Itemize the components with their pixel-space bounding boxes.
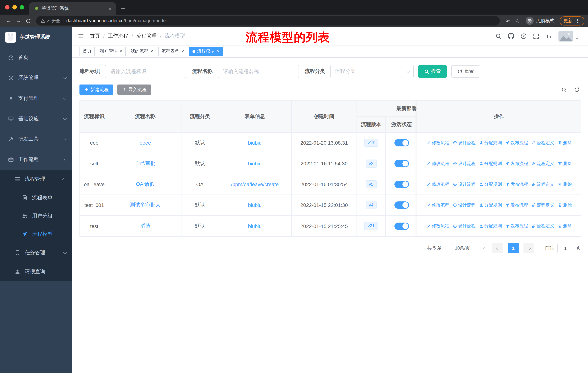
row-action-publish[interactable]: 发布流程 [505,140,528,146]
active-toggle[interactable] [394,160,409,167]
row-action-definition[interactable]: 流程定义 [531,202,554,208]
reload-button[interactable] [23,18,33,23]
model-name-link[interactable]: eeee [140,140,151,146]
active-toggle[interactable] [394,202,409,209]
sidebar-item-leave-query[interactable]: 请假查询 [0,262,72,281]
tag-process-model[interactable]: 流程模型× [189,46,223,56]
row-action-publish[interactable]: 发布流程 [505,161,528,167]
new-tab-button[interactable]: + [121,5,125,12]
row-action-design[interactable]: 设计流程 [452,223,475,229]
row-action-delete[interactable]: 删除 [557,181,572,187]
page-size-select[interactable]: 10条/页 [451,243,487,253]
category-select[interactable]: 流程分类 [330,65,414,78]
search-icon[interactable] [561,87,567,92]
row-action-definition[interactable]: 流程定义 [531,161,554,167]
minimize-window-button[interactable] [12,5,17,10]
row-action-definition[interactable]: 流程定义 [531,223,554,229]
breadcrumb-process-management[interactable]: 流程管理 [136,33,157,39]
sidebar-item-home[interactable]: 首页 [0,47,72,68]
create-process-button[interactable]: 新建流程 [79,84,113,95]
row-action-assign-rule[interactable]: 分配规则 [479,223,502,229]
sidebar-item-devtools[interactable]: 研发工具 [0,129,72,149]
sidebar-item-payment-management[interactable]: ¥ 支付管理 [0,88,72,109]
sidebar-item-infrastructure[interactable]: 基础设施 [0,109,72,129]
tag-home[interactable]: 首页 [79,46,95,56]
sidebar-item-workflow[interactable]: 工作流程 [0,149,72,170]
form-info-link[interactable]: biubiu [248,140,262,146]
back-button[interactable]: ← [4,18,13,24]
row-action-assign-rule[interactable]: 分配规则 [479,181,502,187]
row-action-delete[interactable]: 删除 [557,140,572,146]
current-page[interactable]: 1 [508,243,519,253]
process-name-input[interactable] [218,65,299,78]
row-action-edit[interactable]: 修改流程 [426,223,449,229]
search-button[interactable]: 搜索 [418,65,447,78]
row-action-assign-rule[interactable]: 分配规则 [479,161,502,167]
sidebar-item-process-model[interactable]: 流程模型 [0,225,72,243]
row-action-definition[interactable]: 流程定义 [531,181,554,187]
breadcrumb-home[interactable]: 首页 [90,33,100,39]
tag-process-form[interactable]: 流程表单× [158,46,187,56]
close-window-button[interactable] [5,5,10,10]
close-icon[interactable]: × [150,49,153,53]
row-action-design[interactable]: 设计流程 [452,181,475,187]
bookmark-star-icon[interactable]: ☆ [515,18,520,24]
active-toggle[interactable] [394,222,409,230]
row-action-definition[interactable]: 流程定义 [531,140,554,146]
row-action-design[interactable]: 设计流程 [452,161,475,167]
active-toggle[interactable] [394,181,409,188]
zoom-window-button[interactable] [20,5,24,10]
close-icon[interactable]: × [120,49,122,53]
avatar[interactable] [558,31,573,41]
refresh-icon[interactable] [574,87,580,92]
forward-button[interactable]: → [13,18,23,24]
sidebar-item-task-management[interactable]: 任务管理 [0,243,72,262]
reset-button[interactable]: 重置 [451,65,480,78]
model-name-link[interactable]: 自己审批 [135,160,156,167]
font-size-icon[interactable]: TT [545,33,552,39]
form-info-link[interactable]: /bpm/oa/leave/create [231,181,279,187]
fullscreen-icon[interactable] [533,33,539,39]
row-action-publish[interactable]: 发布流程 [505,181,528,187]
row-action-delete[interactable]: 删除 [557,202,572,208]
row-action-delete[interactable]: 删除 [557,223,572,229]
row-action-assign-rule[interactable]: 分配规则 [479,202,502,208]
row-action-edit[interactable]: 修改流程 [426,161,449,167]
sidebar-item-process-form[interactable]: 流程表单 [0,189,72,207]
close-icon[interactable]: × [181,49,184,53]
row-action-edit[interactable]: 修改流程 [426,181,449,187]
search-icon[interactable] [495,33,502,39]
sidebar-item-process-management[interactable]: 流程管理 [0,170,72,189]
github-icon[interactable] [508,33,514,39]
form-info-link[interactable]: biubiu [248,223,262,229]
help-icon[interactable]: ? [521,33,527,39]
row-action-publish[interactable]: 发布流程 [505,202,528,208]
row-action-assign-rule[interactable]: 分配规则 [479,140,502,146]
row-action-design[interactable]: 设计流程 [452,140,475,146]
app-logo[interactable]: 芋道管理系统 [0,27,72,47]
close-icon[interactable]: × [217,49,220,53]
prev-page-button[interactable] [492,243,503,253]
row-action-edit[interactable]: 修改流程 [426,202,449,208]
browser-menu-icon[interactable]: ⋮ [575,18,580,24]
row-action-delete[interactable]: 删除 [557,161,572,167]
model-name-link[interactable]: OA 请假 [136,181,155,188]
address-bar[interactable]: 不安全 dashboard.yudao.iocoder.cn/bpm/manag… [36,16,500,26]
password-key-icon[interactable] [505,18,511,24]
tag-tenant-management[interactable]: 租户管理× [97,46,126,56]
model-name-link[interactable]: 滔博 [140,223,150,229]
tab-close-icon[interactable]: × [108,6,112,11]
sidebar-item-system-management[interactable]: 系统管理 [0,68,72,88]
browser-update-button[interactable]: 更新 ⋮ [560,16,584,25]
process-key-input[interactable] [105,65,186,78]
row-action-edit[interactable]: 修改流程 [426,140,449,146]
sidebar-toggle-button[interactable] [72,33,90,39]
row-action-publish[interactable]: 发布流程 [505,223,528,229]
active-toggle[interactable] [394,139,409,146]
row-action-design[interactable]: 设计流程 [452,202,475,208]
import-process-button[interactable]: 导入流程 [117,84,151,95]
tag-my-process[interactable]: 我的流程× [127,46,156,56]
form-info-link[interactable]: biubiu [248,202,262,208]
sidebar-item-user-group[interactable]: 用户分组 [0,207,72,225]
model-name-link[interactable]: 测试多审批人 [130,202,161,208]
